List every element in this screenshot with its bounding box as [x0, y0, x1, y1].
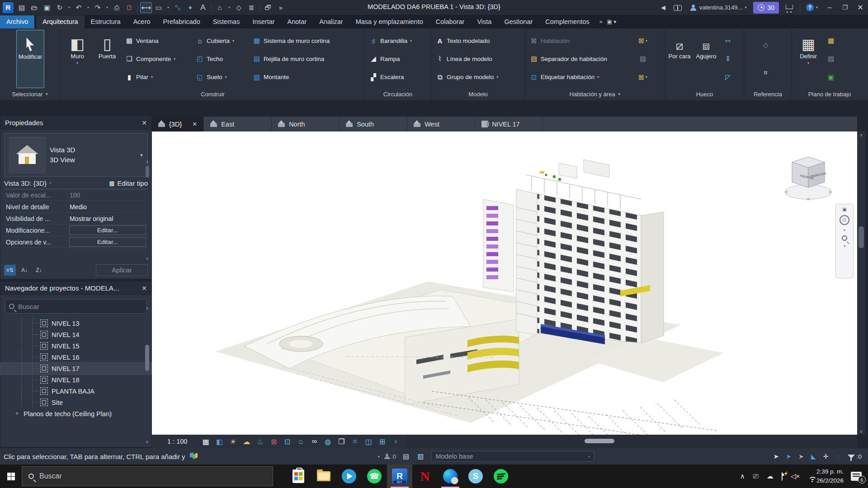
design-option-select[interactable]: Modelo base ˅	[431, 451, 594, 462]
edit-type-button[interactable]: ▦ Editar tipo	[109, 179, 148, 187]
selection-set-icon[interactable]: ◌	[835, 453, 839, 460]
chevron-down-icon[interactable]: ▼	[139, 153, 144, 158]
area-boundary-button[interactable]: ▨	[636, 52, 650, 65]
view-selector[interactable]: Vista 3D: {3D}	[4, 179, 47, 187]
app-telegram[interactable]	[336, 465, 362, 488]
shadows-icon[interactable]: ☁	[240, 437, 253, 446]
detail-level-icon[interactable]: ▦	[199, 437, 212, 446]
panel-label-plano-trabajo[interactable]: Plano de trabajo	[792, 88, 867, 100]
taskbar-clock[interactable]: 2:39 p. m. 26/2/2026	[816, 467, 844, 486]
measure-icon[interactable]: ▭	[153, 2, 165, 13]
editable-only-icon[interactable]	[384, 454, 390, 460]
select-by-face-icon[interactable]: ◣	[811, 453, 816, 460]
tree-group-ceiling-plans[interactable]: +Planos de techo (Ceiling Plan)	[0, 408, 151, 419]
modificar-button[interactable]: Modificar	[16, 30, 44, 88]
session-timer[interactable]: 30	[753, 2, 779, 14]
reveal-hidden-elements-icon[interactable]: ◍	[321, 437, 335, 446]
chevron-down-icon[interactable]: ▾	[844, 244, 845, 248]
chevron-left-icon[interactable]: ◀	[657, 0, 670, 15]
montante-button[interactable]: ▥Montante	[250, 71, 352, 84]
tab-archivo[interactable]: Archivo	[0, 15, 34, 28]
close-tab-icon[interactable]: ✕	[192, 121, 197, 127]
panel-label-circulacion[interactable]: Circulación	[365, 88, 431, 100]
constraints-icon[interactable]: ⊞	[375, 437, 389, 446]
scroll-up-icon[interactable]: ∧	[144, 306, 151, 310]
sort-za-button[interactable]: Z↓	[33, 265, 45, 276]
sync-icon[interactable]: ↻	[54, 2, 66, 13]
panel-label-referencia[interactable]: Referencia	[744, 88, 792, 100]
tab-arquitectura[interactable]: Arquitectura	[36, 15, 84, 28]
app-skype[interactable]: S	[463, 465, 488, 488]
displaced-elements-icon[interactable]: ⌗	[348, 437, 362, 446]
reference-grid-button[interactable]: ⌗	[759, 66, 773, 79]
snip-camera-icon[interactable]: ⎚	[753, 472, 759, 480]
wall-opening-button[interactable]: ⇿	[721, 34, 735, 47]
app-revit[interactable]: R	[387, 465, 412, 488]
tag-icon[interactable]: ⌖	[184, 2, 196, 13]
properties-title-bar[interactable]: Propiedades ✕	[0, 116, 151, 130]
chevron-down-icon[interactable]: ▾	[844, 228, 845, 232]
properties-scrollbar[interactable]: ∧ ∨	[144, 160, 151, 261]
componente-button[interactable]: ❏Componente▾	[123, 52, 192, 65]
browser-search[interactable]	[5, 299, 147, 314]
worksets-icon[interactable]: ▤	[403, 452, 409, 460]
store-button[interactable]	[782, 0, 798, 15]
home-dropdown[interactable]: ▾	[226, 2, 232, 13]
agujero-button[interactable]: ⧈ Agujero	[693, 30, 719, 88]
property-row[interactable]: Nivel de detalle Medio	[4, 201, 148, 213]
techo-button[interactable]: ◰Techo	[193, 52, 249, 65]
battery-icon[interactable]	[782, 473, 783, 480]
linea-modelo-button[interactable]: ⌇Línea de modelo	[434, 52, 522, 65]
chevron-down-icon[interactable]: ▾	[378, 455, 380, 459]
app-file-explorer[interactable]	[311, 465, 336, 488]
reference-plane-button[interactable]: ◇	[759, 39, 773, 52]
panel-label-construir[interactable]: Construir	[61, 88, 364, 100]
edit-button[interactable]: Editar...	[69, 225, 146, 235]
close-inactive-windows-icon[interactable]: 🗗	[262, 2, 274, 13]
puerta-button[interactable]: ▯ Puerta	[93, 30, 121, 88]
tree-item[interactable]: NIVEL 15	[0, 340, 151, 352]
visual-style-icon[interactable]: ◧	[212, 437, 226, 446]
view-tab-south[interactable]: South	[340, 117, 407, 131]
tab-acero[interactable]: Acero	[127, 15, 157, 28]
section-icon[interactable]: ⤡	[172, 2, 184, 13]
navbar-grip-icon[interactable]: ▣	[842, 207, 846, 212]
zoom-icon[interactable]	[842, 235, 847, 241]
close-icon[interactable]: ✕	[142, 119, 147, 127]
scrollbar-thumb[interactable]	[585, 439, 614, 443]
default-3d-view-icon[interactable]: ⌂	[214, 2, 226, 13]
tree-item[interactable]: Site	[0, 397, 151, 408]
panel-label-habitacion-area[interactable]: Habitación y área▼	[525, 88, 665, 100]
edit-button[interactable]: Editar...	[69, 237, 146, 247]
property-row[interactable]: Visibilidad de ... Mostrar original	[4, 213, 148, 225]
viewer-button[interactable]: ▣	[824, 71, 838, 84]
area-button[interactable]: ⊠▾	[636, 34, 650, 47]
cubierta-button[interactable]: ⌂Cubierta▾	[193, 34, 249, 47]
app-spotify[interactable]	[488, 465, 514, 488]
start-button[interactable]	[0, 465, 22, 488]
dormer-opening-button[interactable]: ◸	[721, 71, 735, 84]
show-work-plane-button[interactable]: ▩	[824, 34, 838, 47]
properties-icon[interactable]: ▤	[16, 2, 28, 13]
account-button[interactable]: valentina.3149... ▾	[686, 0, 750, 15]
panel-label-modelo[interactable]: Modelo	[431, 88, 525, 100]
drawing-area[interactable]: FRONTAL DERECHA ▣ ▾ ▾	[152, 131, 857, 435]
notification-center-button[interactable]: 6	[851, 472, 862, 481]
thin-lines-icon[interactable]: ≣	[245, 2, 257, 13]
scrollbar-thumb[interactable]	[145, 345, 149, 371]
crop-region-icon[interactable]: ⊡	[280, 437, 294, 446]
taskbar-search-input[interactable]	[39, 472, 266, 480]
habitacion-button[interactable]: ⊠Habitación	[528, 34, 634, 47]
escalera-button[interactable]: ▞Escalera	[367, 71, 429, 84]
design-options-icon[interactable]: ▥	[417, 452, 424, 460]
select-links-icon[interactable]: ➤	[774, 453, 779, 460]
ribbon-display-toggle-icon[interactable]: ▣ ▾	[607, 19, 617, 25]
view-tab-west[interactable]: West	[407, 117, 475, 131]
scrollbar-thumb[interactable]	[146, 166, 149, 178]
tree-item[interactable]: NIVEL 14	[0, 329, 151, 340]
crop-view-icon[interactable]: ⊠	[267, 437, 280, 446]
view-tab-3d[interactable]: {3D} ✕	[152, 117, 204, 131]
tab-gestionar[interactable]: Gestionar	[498, 15, 539, 28]
etiquetar-habitacion-button[interactable]: ⊡Etiquetar habitación▾	[528, 71, 634, 84]
expand-icon[interactable]: +	[14, 411, 20, 417]
